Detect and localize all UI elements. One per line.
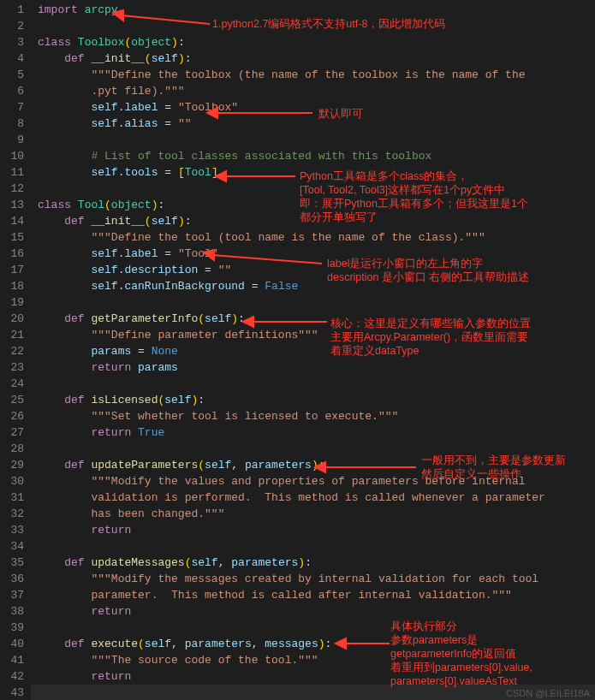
line-number: 7 bbox=[3, 99, 24, 116]
code-line[interactable] bbox=[31, 132, 595, 148]
line-number: 22 bbox=[3, 343, 24, 359]
code-line[interactable] bbox=[31, 294, 595, 311]
code-line[interactable] bbox=[31, 376, 595, 392]
code-line[interactable]: params = None bbox=[31, 343, 595, 359]
code-line[interactable]: .pyt file).""" bbox=[31, 83, 595, 99]
line-number: 29 bbox=[3, 457, 24, 473]
code-line[interactable]: validation is performed. This method is … bbox=[31, 489, 595, 506]
code-line[interactable] bbox=[31, 538, 595, 555]
line-number: 3 bbox=[3, 34, 24, 50]
line-number: 9 bbox=[3, 132, 24, 148]
line-number: 41 bbox=[3, 652, 24, 668]
code-line[interactable]: """Define the tool (tool name is the nam… bbox=[31, 229, 595, 246]
code-line[interactable]: import arcpy bbox=[31, 2, 595, 18]
code-editor[interactable]: 1234567891011121314151617181920212223242… bbox=[0, 0, 595, 700]
code-line[interactable]: """Define parameter definitions""" bbox=[31, 327, 595, 343]
line-number: 25 bbox=[3, 392, 24, 408]
code-line[interactable]: return bbox=[31, 668, 595, 685]
code-line[interactable]: return bbox=[31, 522, 595, 538]
code-line[interactable]: return params bbox=[31, 359, 595, 376]
line-number: 13 bbox=[3, 197, 24, 213]
line-number: 40 bbox=[3, 636, 24, 652]
line-number: 32 bbox=[3, 506, 24, 522]
code-line[interactable] bbox=[31, 441, 595, 457]
line-number: 2 bbox=[3, 18, 24, 34]
line-number: 33 bbox=[3, 522, 24, 538]
line-number: 17 bbox=[3, 262, 24, 278]
line-number: 14 bbox=[3, 213, 24, 229]
code-line[interactable] bbox=[31, 620, 595, 636]
line-number: 5 bbox=[3, 67, 24, 83]
code-line[interactable] bbox=[31, 18, 595, 34]
line-number: 10 bbox=[3, 148, 24, 164]
line-number: 37 bbox=[3, 587, 24, 603]
line-number: 11 bbox=[3, 164, 24, 181]
code-line[interactable]: self.label = "Toolbox" bbox=[31, 99, 595, 116]
code-line[interactable]: class Toolbox(object): bbox=[31, 34, 595, 50]
code-line[interactable]: def __init__(self): bbox=[31, 213, 595, 229]
line-number: 16 bbox=[3, 246, 24, 262]
line-number: 30 bbox=[3, 473, 24, 489]
code-line[interactable]: return True bbox=[31, 424, 595, 441]
line-number: 38 bbox=[3, 603, 24, 620]
code-line[interactable]: # List of tool classes associated with t… bbox=[31, 148, 595, 164]
line-number: 26 bbox=[3, 408, 24, 424]
line-number-gutter: 1234567891011121314151617181920212223242… bbox=[0, 0, 31, 700]
code-line[interactable]: """Modify the messages created by intern… bbox=[31, 571, 595, 587]
code-area[interactable]: import arcpyclass Toolbox(object): def _… bbox=[31, 0, 595, 700]
code-line[interactable]: self.canRunInBackground = False bbox=[31, 278, 595, 294]
line-number: 6 bbox=[3, 83, 24, 99]
line-number: 39 bbox=[3, 620, 24, 636]
code-line[interactable]: """The source code of the tool.""" bbox=[31, 652, 595, 668]
code-line[interactable]: def execute(self, parameters, messages): bbox=[31, 636, 595, 652]
code-line[interactable]: """Define the toolbox (the name of the t… bbox=[31, 67, 595, 83]
line-number: 4 bbox=[3, 50, 24, 67]
code-line[interactable]: has been changed.""" bbox=[31, 506, 595, 522]
line-number: 18 bbox=[3, 278, 24, 294]
line-number: 19 bbox=[3, 294, 24, 311]
code-line[interactable]: def isLicensed(self): bbox=[31, 392, 595, 408]
code-line[interactable]: """Modify the values and properties of p… bbox=[31, 473, 595, 489]
code-line[interactable]: def __init__(self): bbox=[31, 50, 595, 67]
line-number: 12 bbox=[3, 181, 24, 197]
line-number: 31 bbox=[3, 489, 24, 506]
code-line[interactable]: class Tool(object): bbox=[31, 197, 595, 213]
line-number: 20 bbox=[3, 311, 24, 327]
line-number: 27 bbox=[3, 424, 24, 441]
watermark: CSDN @LEILEI18A bbox=[506, 688, 590, 698]
line-number: 34 bbox=[3, 538, 24, 555]
line-number: 1 bbox=[3, 2, 24, 18]
line-number: 24 bbox=[3, 376, 24, 392]
code-line[interactable]: def getParameterInfo(self): bbox=[31, 311, 595, 327]
line-number: 36 bbox=[3, 571, 24, 587]
code-line[interactable]: def updateMessages(self, parameters): bbox=[31, 555, 595, 571]
code-line[interactable]: self.description = "" bbox=[31, 262, 595, 278]
code-line[interactable]: self.label = "Tool" bbox=[31, 246, 595, 262]
line-number: 8 bbox=[3, 116, 24, 132]
line-number: 42 bbox=[3, 668, 24, 685]
code-line[interactable]: parameter. This method is called after i… bbox=[31, 587, 595, 603]
line-number: 35 bbox=[3, 555, 24, 571]
code-line[interactable]: return bbox=[31, 603, 595, 620]
code-line[interactable] bbox=[31, 181, 595, 197]
line-number: 43 bbox=[3, 685, 24, 700]
code-line[interactable]: self.tools = [Tool] bbox=[31, 164, 595, 181]
code-line[interactable]: def updateParameters(self, parameters): bbox=[31, 457, 595, 473]
line-number: 15 bbox=[3, 229, 24, 246]
line-number: 23 bbox=[3, 359, 24, 376]
code-line[interactable]: """Set whether tool is licensed to execu… bbox=[31, 408, 595, 424]
line-number: 28 bbox=[3, 441, 24, 457]
code-line[interactable]: self.alias = "" bbox=[31, 116, 595, 132]
line-number: 21 bbox=[3, 327, 24, 343]
